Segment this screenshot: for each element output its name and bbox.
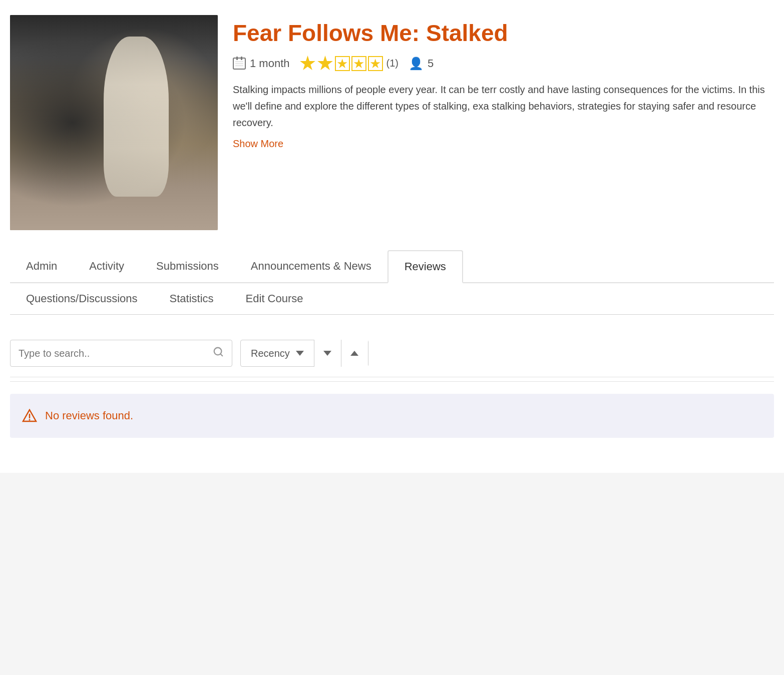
no-reviews-banner: No reviews found.	[10, 394, 774, 438]
tab-reviews[interactable]: Reviews	[387, 250, 463, 283]
students-count: 👤 5	[409, 57, 434, 71]
sort-asc-button[interactable]	[341, 340, 368, 367]
hero-section: Fear Follows Me: Stalked 1 month (1)	[10, 15, 774, 230]
star-2	[317, 56, 333, 72]
chevron-up-sort-icon	[350, 351, 358, 356]
chevron-down-icon	[296, 351, 304, 356]
star-1	[300, 56, 316, 72]
calendar-icon	[233, 58, 246, 70]
tab-submissions[interactable]: Submissions	[140, 250, 235, 283]
tab-navigation: Admin Activity Submissions Announcements…	[10, 250, 774, 283]
course-info: Fear Follows Me: Stalked 1 month (1)	[233, 15, 774, 230]
reviews-toolbar: Recency	[10, 330, 774, 377]
course-description: Stalking impacts millions of people ever…	[233, 82, 774, 131]
sort-label-text: Recency	[251, 348, 290, 359]
sort-desc-button[interactable]	[314, 340, 341, 367]
course-thumbnail	[10, 15, 218, 230]
toolbar-divider	[10, 381, 774, 382]
page-container: Fear Follows Me: Stalked 1 month (1)	[0, 0, 784, 473]
star-5	[368, 56, 383, 71]
tab-statistics[interactable]: Statistics	[154, 283, 230, 314]
search-input[interactable]	[19, 348, 208, 359]
star-rating: (1)	[300, 56, 399, 72]
sort-dropdown: Recency	[240, 340, 368, 367]
tab-announcements-news[interactable]: Announcements & News	[235, 250, 387, 283]
course-duration: 1 month	[233, 57, 290, 70]
svg-point-3	[29, 419, 31, 421]
tab-edit-course[interactable]: Edit Course	[230, 283, 319, 314]
rating-count: (1)	[386, 58, 399, 69]
course-title: Fear Follows Me: Stalked	[233, 20, 774, 47]
tab-admin[interactable]: Admin	[10, 250, 73, 283]
duration-text: 1 month	[250, 57, 290, 70]
no-reviews-text: No reviews found.	[45, 409, 133, 422]
star-3	[335, 56, 350, 71]
course-meta: 1 month (1) 👤 5	[233, 56, 774, 72]
star-4	[351, 56, 366, 71]
warning-icon	[22, 409, 37, 423]
reviews-section: Recency No reviews fo	[10, 315, 774, 453]
students-number: 5	[428, 57, 434, 70]
search-icon	[213, 346, 224, 360]
svg-line-1	[220, 354, 222, 356]
tab-row-1: Admin Activity Submissions Announcements…	[10, 250, 774, 282]
tab-activity[interactable]: Activity	[73, 250, 140, 283]
chevron-down-sort-icon	[323, 351, 331, 356]
user-icon: 👤	[409, 57, 424, 71]
tab-row-2: Questions/Discussions Statistics Edit Co…	[10, 283, 774, 315]
sort-recency-label[interactable]: Recency	[241, 348, 314, 359]
tab-questions-discussions[interactable]: Questions/Discussions	[10, 283, 154, 314]
show-more-button[interactable]: Show More	[233, 138, 283, 150]
search-box[interactable]	[10, 340, 232, 367]
